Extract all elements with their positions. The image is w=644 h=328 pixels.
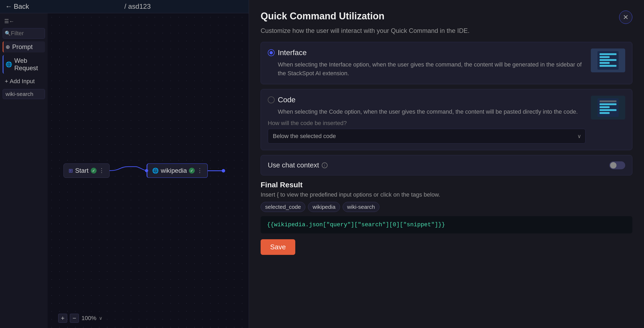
sidebar-item-prompt-label: Prompt: [12, 43, 33, 51]
code-img-line-4: [600, 109, 616, 111]
tag-wiki-search-label: wiki-search: [347, 204, 375, 210]
interface-radio[interactable]: [268, 49, 275, 56]
zoom-controls: + − 100% ∨: [58, 314, 102, 323]
img-line-5: [600, 65, 616, 67]
code-img-line-1: [600, 100, 616, 102]
start-node-menu[interactable]: ⋮: [99, 167, 105, 174]
filter-wrap: 🔍: [3, 28, 45, 39]
right-panel-subtitle: Customize how the user will interact wit…: [261, 27, 632, 34]
final-result-title: Final Result: [261, 181, 632, 189]
tag-selected-code-label: selected_code: [265, 204, 301, 210]
tag-wikipedia[interactable]: wikipedia: [308, 202, 340, 212]
back-arrow-icon: ←: [5, 2, 12, 11]
wiki-search-label: wiki-search: [6, 91, 33, 97]
info-icon-text: i: [324, 163, 325, 167]
back-button[interactable]: ← Back: [5, 2, 29, 11]
globe-icon: 🌐: [152, 167, 159, 174]
right-panel-header: Quick Command Utilization ✕: [261, 11, 632, 24]
wikipedia-node-menu[interactable]: ⋮: [197, 167, 203, 174]
use-chat-context-card: Use chat context i: [261, 155, 632, 175]
interface-option-content: Interface When selecting the Interface o…: [268, 48, 586, 78]
wikipedia-node-check: ✓: [189, 168, 195, 174]
code-insertion-label: How will the code be inserted?: [268, 120, 586, 127]
wiki-search-tag: wiki-search: [3, 89, 45, 99]
interface-option-desc: When selecting the Interface option, whe…: [278, 60, 586, 78]
sidebar-item-web-request[interactable]: 🌐 Web Request: [3, 55, 45, 74]
use-chat-context-toggle[interactable]: [609, 161, 625, 169]
code-snippet: {{wikipedia.json["query"]["search"][0]["…: [267, 221, 445, 228]
wikipedia-node-label: wikipedia: [161, 167, 187, 174]
connector-2: [208, 170, 224, 171]
info-icon[interactable]: i: [322, 162, 328, 168]
plus-icon: +: [5, 78, 8, 85]
add-input-button[interactable]: + Add Input: [3, 76, 45, 86]
canvas-area: ⊞ Start ✓ ⋮ 🌐 wikipedia ✓ ⋮: [48, 13, 249, 328]
code-insertion-value: Below the selected code: [273, 133, 336, 140]
zoom-in-button[interactable]: +: [58, 314, 67, 323]
img-line-1: [600, 53, 616, 55]
code-option-desc: When selecting the Code option, when the…: [278, 107, 586, 116]
back-label: Back: [14, 2, 29, 11]
sidebar: ☰← 🔍 ⊕ Prompt 🌐 Web Request + Add Input …: [0, 13, 48, 328]
interface-radio-inner: [270, 51, 273, 54]
zoom-chevron-icon[interactable]: ∨: [99, 315, 102, 321]
connector-1: [110, 165, 147, 176]
code-option-header: Code: [268, 96, 586, 104]
start-node-icon: ⊞: [69, 167, 73, 174]
wikipedia-node[interactable]: 🌐 wikipedia ✓ ⋮: [147, 163, 208, 178]
code-option-label: Code: [278, 96, 296, 104]
top-bar: ← Back / asd123: [0, 0, 249, 13]
start-node-check: ✓: [91, 168, 97, 174]
close-icon: ✕: [623, 13, 629, 21]
sidebar-item-web-request-label: Web Request: [14, 57, 43, 72]
interface-image-inner: [597, 51, 619, 70]
search-icon: 🔍: [5, 30, 11, 36]
web-request-icon: 🌐: [6, 61, 12, 68]
img-line-2: [600, 56, 610, 58]
right-panel-title-wrap: Quick Command Utilization: [261, 11, 384, 22]
use-chat-context-text: Use chat context: [268, 161, 319, 169]
zoom-minus-icon: −: [72, 314, 76, 322]
code-insertion-select[interactable]: Below the selected code: [268, 129, 586, 144]
flow-nodes: ⊞ Start ✓ ⋮ 🌐 wikipedia ✓ ⋮: [64, 163, 224, 178]
code-img-line-5: [600, 112, 610, 114]
code-option-image: [591, 96, 625, 119]
right-panel: Quick Command Utilization ✕ Customize ho…: [249, 0, 644, 328]
add-input-label: Add Input: [10, 78, 35, 85]
code-option-content: Code When selecting the Code option, whe…: [268, 96, 586, 144]
right-panel-title: Quick Command Utilization: [261, 11, 384, 22]
zoom-out-button[interactable]: −: [70, 314, 79, 323]
tags-row: selected_code wikipedia wiki-search: [261, 202, 632, 212]
code-option-card[interactable]: Code When selecting the Code option, whe…: [261, 89, 632, 150]
tag-selected-code[interactable]: selected_code: [261, 202, 305, 212]
sidebar-item-prompt[interactable]: ⊕ Prompt: [3, 41, 45, 52]
code-image-inner: [597, 98, 619, 117]
img-line-3: [600, 59, 616, 61]
save-button[interactable]: Save: [261, 239, 295, 255]
save-label: Save: [270, 243, 286, 251]
prompt-icon: ⊕: [6, 44, 10, 50]
interface-option-header: Interface: [268, 48, 586, 57]
toggle-knob: [610, 162, 616, 169]
use-chat-label: Use chat context i: [268, 161, 328, 169]
collapse-icon: ☰←: [4, 18, 14, 24]
start-node[interactable]: ⊞ Start ✓ ⋮: [64, 163, 110, 178]
code-radio[interactable]: [268, 96, 275, 103]
final-result-desc: Insert { to view the predefined input op…: [261, 191, 632, 198]
code-block: {{wikipedia.json["query"]["search"][0]["…: [261, 216, 632, 233]
code-img-line-2: [600, 103, 616, 105]
zoom-level: 100%: [81, 315, 96, 322]
left-panel: ← Back / asd123 ☰← 🔍 ⊕ Prompt 🌐 Web Requ…: [0, 0, 249, 328]
svg-point-0: [145, 169, 148, 172]
interface-option-label: Interface: [278, 48, 307, 57]
tag-wiki-search[interactable]: wiki-search: [343, 202, 379, 212]
code-insertion-select-wrap: Below the selected code ∨: [268, 129, 586, 144]
tag-wikipedia-label: wikipedia: [312, 204, 335, 210]
close-button[interactable]: ✕: [619, 11, 632, 24]
page-id: / asd123: [32, 2, 243, 11]
interface-option-card[interactable]: Interface When selecting the Interface o…: [261, 42, 632, 84]
start-node-label: Start: [75, 167, 89, 174]
img-line-4: [600, 62, 610, 64]
sidebar-collapse-button[interactable]: ☰←: [3, 17, 45, 25]
code-img-line-3: [600, 106, 610, 108]
